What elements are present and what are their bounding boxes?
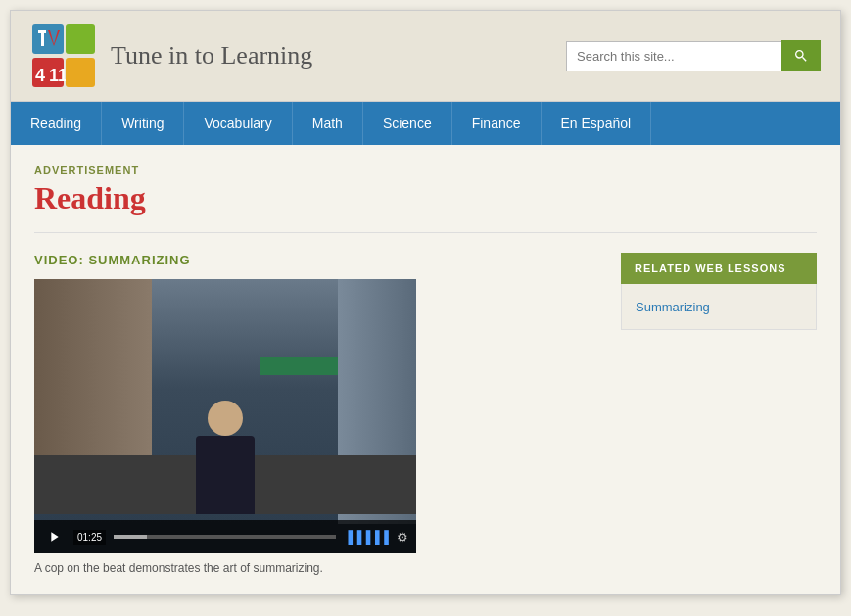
header: 4 1 1 Tune in to Learning — [11, 11, 840, 102]
nav-item-writing[interactable]: Writing — [102, 102, 184, 145]
search-button[interactable] — [781, 40, 821, 71]
related-link-summarizing[interactable]: Summarizing — [636, 300, 710, 314]
nav-item-science[interactable]: Science — [363, 102, 452, 145]
logo-area: 4 1 1 Tune in to Learning — [30, 23, 312, 89]
search-icon — [793, 48, 809, 64]
video-time: 01:25 — [73, 530, 106, 545]
video-caption: A cop on the beat demonstrates the art o… — [34, 561, 597, 575]
svg-text:4: 4 — [35, 66, 45, 85]
nav-item-vocabulary[interactable]: Vocabulary — [184, 102, 292, 145]
svg-rect-9 — [66, 58, 95, 87]
main-content: Advertisement Reading Video: Summarizing — [11, 145, 840, 594]
nav-item-espanol[interactable]: En Español — [542, 102, 652, 145]
page-title: Reading — [34, 180, 817, 233]
svg-rect-8 — [66, 24, 95, 54]
gear-icon[interactable]: ⚙ — [397, 530, 408, 545]
nav-item-finance[interactable]: Finance — [452, 102, 542, 145]
svg-rect-0 — [32, 24, 64, 54]
officer-head — [208, 401, 243, 436]
video-label: Video: Summarizing — [34, 253, 597, 267]
advertisement-label: Advertisement — [34, 165, 817, 176]
play-icon — [46, 529, 62, 545]
site-logo: 4 1 1 — [30, 23, 97, 89]
svg-rect-2 — [41, 30, 44, 46]
video-player[interactable]: 01:25 ▐▐▐▐▐ ⚙ — [34, 279, 416, 553]
related-body: Summarizing — [621, 284, 817, 330]
play-button[interactable] — [42, 525, 66, 548]
officer-body — [196, 436, 255, 514]
site-title: Tune in to Learning — [111, 41, 312, 71]
officer-figure — [196, 401, 255, 514]
video-scene — [34, 279, 416, 553]
sidebar: Related Web Lessons Summarizing — [621, 253, 817, 575]
search-input[interactable] — [566, 41, 781, 71]
nav-item-reading[interactable]: Reading — [11, 102, 102, 145]
content-row: Video: Summarizing — [34, 253, 817, 575]
nav-item-math[interactable]: Math — [293, 102, 363, 145]
search-area — [566, 40, 821, 71]
video-section: Video: Summarizing — [34, 253, 597, 575]
video-controls: 01:25 ▐▐▐▐▐ ⚙ — [34, 520, 416, 553]
progress-bar[interactable] — [114, 535, 336, 539]
awning — [260, 357, 338, 375]
progress-fill — [114, 535, 147, 539]
page-wrapper: 4 1 1 Tune in to Learning Reading Writin… — [10, 10, 841, 595]
related-web-lessons-header: Related Web Lessons — [621, 253, 817, 284]
signal-icon: ▐▐▐▐▐ — [344, 530, 389, 545]
nav-bar: Reading Writing Vocabulary Math Science … — [11, 102, 840, 145]
